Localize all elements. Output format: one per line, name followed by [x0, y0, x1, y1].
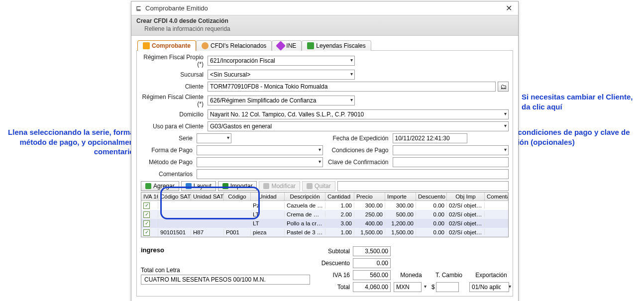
ingreso-label: ingreso [141, 246, 310, 254]
table-row[interactable]: ✓LTPollo a la cr…3.00400.001,200.000.000… [141, 219, 508, 228]
checkbox-icon[interactable]: ✓ [143, 202, 150, 209]
cell-descu: 0.00 [416, 202, 447, 208]
table-row[interactable]: ✓PzCazuela de …1.00300.00300.000.0002/Sí… [141, 201, 508, 210]
tab-ine-label: INE [286, 42, 296, 49]
cell-cant: 1.00 [325, 202, 354, 208]
lbl-regimen-cliente: Régimen Fiscal Cliente (*) [141, 94, 206, 107]
cell-cod: P001 [224, 229, 251, 235]
lookup-client-button[interactable]: 🗂 [498, 82, 509, 92]
subtotal-value: 3,500.00 [353, 246, 391, 256]
link-icon [202, 42, 209, 49]
annotation-top-right: Si necesitas cambiar el Cliente, da clic… [522, 92, 636, 111]
cell-precio: 400.00 [354, 220, 385, 226]
col-codigo-sat[interactable]: Código SAT [158, 193, 191, 201]
tabstrip: Comprobante CFDI's Relacionados INE Leye… [136, 40, 513, 50]
checkbox-icon[interactable]: ✓ [143, 211, 150, 218]
export-header: Exportación [469, 272, 513, 279]
tab-leyendas[interactable]: Leyendas Fiscales [302, 40, 371, 51]
tab-relacionados-label: CFDI's Relacionados [211, 42, 266, 49]
agregar-button[interactable]: Agregar [141, 181, 179, 191]
col-descripcion[interactable]: Descripción [285, 193, 325, 201]
regimen-cliente-select[interactable] [208, 96, 355, 105]
subtotal-label: Subtotal [310, 248, 350, 255]
grid-body: ✓PzCazuela de …1.00300.00300.000.0002/Sí… [141, 201, 508, 237]
document-icon [143, 42, 150, 49]
cell-desc: Pollo a la cr… [285, 220, 325, 226]
close-icon[interactable]: ✕ [503, 3, 515, 13]
lbl-clave-conf: Clave de Confirmación [327, 159, 391, 166]
clave-confirmacion-field[interactable] [393, 157, 509, 167]
serie-select[interactable] [197, 133, 231, 143]
cell-obj: 02/Sí objeto… [447, 220, 485, 226]
sucursal-select[interactable] [208, 70, 355, 80]
cliente-field[interactable] [208, 82, 496, 92]
lbl-metodo-pago: Método de Pago [141, 159, 195, 166]
cell-usat: H87 [191, 229, 224, 235]
exportacion-select[interactable] [469, 282, 509, 292]
importar-label: Importar [230, 183, 253, 190]
metodo-pago-select[interactable] [197, 157, 323, 167]
tab-comprobante[interactable]: Comprobante [137, 40, 196, 51]
lbl-cond-pago: Condiciones de Pago [327, 147, 391, 154]
comentarios-field[interactable] [197, 169, 509, 179]
lbl-sucursal: Sucursal [141, 71, 206, 78]
regimen-propio-select[interactable] [208, 56, 355, 66]
lbl-domicilio: Domicilio [141, 111, 206, 118]
cell-unidad: Pz [251, 202, 285, 208]
dialog-window: ⊑ Comprobante Emitido ✕ Crear CFDI 4.0 d… [131, 1, 519, 301]
annotation-left: Llena seleccionando la serie, forma y mé… [3, 127, 140, 157]
line-items-grid: IVA 16 Código SAT Unidad SAT Código Unid… [141, 192, 509, 237]
lbl-cliente: Cliente [141, 83, 206, 90]
col-descuento[interactable]: Descuento [416, 193, 447, 201]
cell-precio: 1,500.00 [354, 229, 385, 235]
import-icon [222, 183, 228, 189]
toolbar-search-field[interactable] [337, 181, 509, 191]
lbl-fecha-exp: Fecha de Expedición [327, 135, 391, 142]
app-icon: ⊑ [134, 4, 142, 12]
iva-value: 560.00 [353, 270, 391, 280]
cell-descu: 0.00 [416, 229, 447, 235]
table-row[interactable]: ✓90101501H87P001piezaPastel de 3 l…1.001… [141, 228, 508, 237]
col-iva[interactable]: IVA 16 [141, 193, 158, 201]
col-unidad-sat[interactable]: Unidad SAT [191, 193, 224, 201]
condiciones-pago-select[interactable] [393, 145, 509, 155]
cell-cant: 2.00 [325, 211, 354, 217]
leyendas-icon [307, 42, 314, 49]
tab-ine[interactable]: INE [272, 40, 302, 51]
descuento-value: 0.00 [353, 258, 391, 268]
modificar-button: Modificar [259, 181, 300, 191]
col-codigo[interactable]: Código [224, 193, 251, 201]
col-precio[interactable]: Precio [354, 193, 385, 201]
col-obj-imp[interactable]: Obj Imp [447, 193, 485, 201]
grid-toolbar: Agregar Layout Importar Modificar Quitar [141, 181, 509, 191]
tab-leyendas-label: Leyendas Fiscales [316, 42, 365, 49]
header-title: Crear CFDI 4.0 desde Cotización [136, 17, 513, 24]
importar-button[interactable]: Importar [218, 181, 257, 191]
modificar-label: Modificar [271, 183, 296, 190]
uso-cliente-select[interactable] [208, 121, 509, 131]
col-comentarios[interactable]: Comentarios [485, 193, 508, 201]
cell-cant: 1.00 [325, 229, 354, 235]
cell-obj: 02/Sí objeto… [447, 211, 485, 217]
col-unidad[interactable]: Unidad [251, 193, 285, 201]
tcambio-prefix: $ [431, 284, 435, 291]
col-cantidad[interactable]: Cantidad [325, 193, 354, 201]
col-importe[interactable]: Importe [385, 193, 416, 201]
forma-pago-select[interactable] [197, 145, 323, 155]
checkbox-icon[interactable]: ✓ [143, 229, 150, 236]
tcambio-field[interactable] [436, 282, 459, 292]
checkbox-icon[interactable]: ✓ [143, 220, 150, 227]
edit-icon [263, 183, 269, 189]
domicilio-select[interactable] [208, 109, 509, 119]
fecha-expedicion-field[interactable] [393, 133, 467, 143]
lbl-comentarios: Comentarios [141, 171, 195, 178]
lbl-uso-cliente: Uso para el Cliente [141, 123, 206, 130]
total-letra-label: Total con Letra [141, 267, 180, 274]
plus-icon [145, 183, 151, 189]
table-row[interactable]: ✓LTCrema de C…2.00250.00500.000.0002/Sí … [141, 210, 508, 219]
lbl-regimen-propio: Régimen Fiscal Propio (*) [141, 54, 206, 68]
tab-relacionados[interactable]: CFDI's Relacionados [196, 40, 272, 51]
layout-button[interactable]: Layout [181, 181, 216, 191]
moneda-select[interactable] [394, 282, 422, 292]
cell-importe: 300.00 [385, 202, 416, 208]
